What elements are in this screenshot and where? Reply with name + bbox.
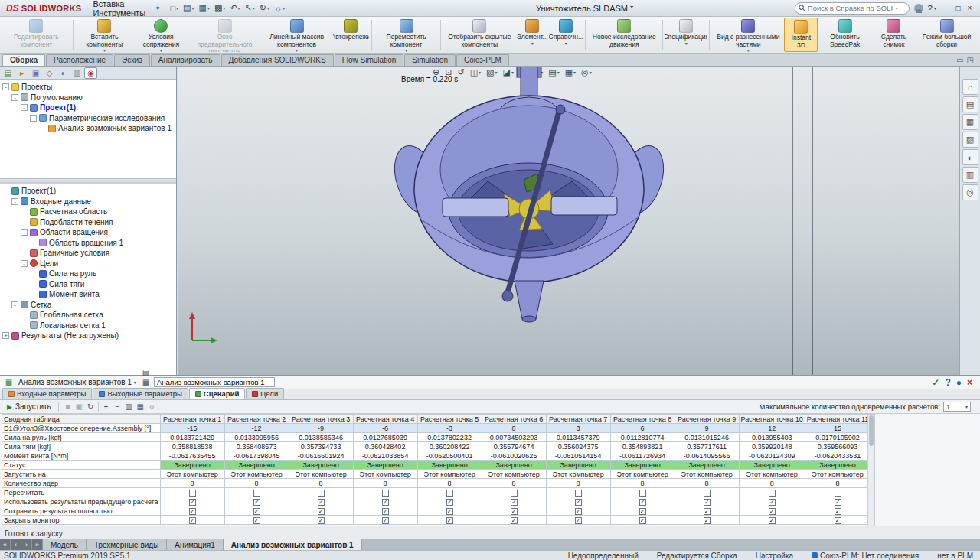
first-tab-button[interactable]: « bbox=[0, 539, 11, 550]
table-cell[interactable]: -3 bbox=[417, 424, 482, 433]
scenario-settings-icon[interactable]: ☼ bbox=[146, 402, 158, 412]
table-cell[interactable]: 0 bbox=[482, 424, 546, 433]
table-cell[interactable]: 0.356024375 bbox=[546, 442, 610, 451]
table-cell[interactable]: 8 bbox=[224, 479, 289, 488]
open-document-icon[interactable]: ▤▾ bbox=[181, 3, 196, 13]
command-tab[interactable]: Эскиз bbox=[114, 54, 150, 66]
edit-component-button[interactable]: Редактировать компонент bbox=[2, 18, 70, 52]
table-cell[interactable]: 8 bbox=[546, 479, 610, 488]
table-cell[interactable]: Завершено bbox=[546, 461, 610, 470]
table-cell[interactable]: Завершено bbox=[675, 461, 739, 470]
table-cell[interactable]: -15 bbox=[160, 424, 224, 433]
checkbox-checked[interactable]: ✓ bbox=[446, 499, 453, 506]
tree-item[interactable]: Граничные условия bbox=[0, 248, 176, 259]
design-point-header[interactable]: Расчетная точка 11 bbox=[805, 415, 870, 424]
checkbox-checked[interactable]: ✓ bbox=[704, 499, 710, 506]
table-cell[interactable]: -6 bbox=[353, 424, 417, 433]
table-cell[interactable]: 0.357717611 bbox=[675, 442, 739, 451]
login-avatar-icon[interactable] bbox=[914, 4, 923, 13]
checkbox-unchecked[interactable] bbox=[704, 490, 710, 497]
checkbox-checked[interactable]: ✓ bbox=[835, 517, 841, 524]
tree-item[interactable]: -Области вращения bbox=[0, 227, 176, 238]
component-preview-window-button[interactable]: Окно предварительного просмотра компонен… bbox=[189, 18, 261, 52]
table-cell[interactable]: ✓ bbox=[160, 497, 224, 506]
tree-item[interactable]: Проект(1) bbox=[0, 186, 176, 197]
table-cell[interactable]: 0.354893821 bbox=[610, 442, 675, 451]
pane-expand-icon[interactable]: ◳ bbox=[967, 56, 974, 64]
table-cell[interactable]: -0.0617635455 bbox=[160, 451, 224, 461]
tree-item[interactable]: -Параметрические исследования bbox=[0, 113, 176, 124]
design-point-header[interactable]: Расчетная точка 9 bbox=[675, 415, 739, 424]
design-point-header[interactable]: Расчетная точка 3 bbox=[289, 415, 353, 424]
command-tab[interactable]: Союз-PLM bbox=[456, 54, 509, 66]
table-cell[interactable]: ✓ bbox=[675, 497, 739, 506]
checkbox-checked[interactable]: ✓ bbox=[189, 499, 196, 506]
table-cell[interactable]: Завершено bbox=[224, 461, 289, 470]
tree-item[interactable]: Сила тяги bbox=[0, 279, 176, 290]
minimize-button[interactable]: − bbox=[941, 2, 952, 14]
table-cell[interactable]: ✓ bbox=[224, 516, 289, 525]
close-panel-icon[interactable]: × bbox=[967, 377, 972, 388]
checkbox-unchecked[interactable] bbox=[382, 490, 389, 497]
view-palette-icon[interactable]: ▧ bbox=[962, 132, 978, 148]
tree-item[interactable]: Подобласти течения bbox=[0, 217, 176, 228]
checkbox-checked[interactable]: ✓ bbox=[318, 499, 325, 506]
table-cell[interactable]: Завершено bbox=[482, 461, 546, 470]
table-cell[interactable]: ✓ bbox=[739, 497, 805, 506]
table-cell[interactable]: Этот компьютер bbox=[224, 470, 289, 479]
table-cell[interactable]: Завершено bbox=[805, 461, 870, 470]
export-to-excel-icon[interactable]: ▦ bbox=[135, 402, 146, 412]
table-cell[interactable]: 8 bbox=[353, 479, 417, 488]
search-input[interactable] bbox=[808, 4, 893, 12]
table-cell[interactable]: -0.0614095566 bbox=[675, 451, 739, 461]
table-cell[interactable]: 8 bbox=[160, 479, 224, 488]
table-cell[interactable]: Этот компьютер bbox=[739, 470, 805, 479]
study-tab[interactable]: Сценарий bbox=[189, 388, 246, 399]
run-button[interactable]: ▶ Запустить bbox=[3, 402, 55, 411]
new-document-icon[interactable]: □▾ bbox=[168, 4, 181, 13]
scenario-vertical-scrollbar[interactable] bbox=[867, 414, 875, 534]
table-cell[interactable]: Этот компьютер bbox=[546, 470, 610, 479]
command-tab[interactable]: Сборка bbox=[2, 54, 45, 66]
document-tab[interactable]: Анализ возможных вариантов 1 bbox=[224, 539, 362, 550]
command-tab[interactable]: Simulation bbox=[404, 54, 456, 66]
table-cell[interactable]: ✓ bbox=[160, 506, 224, 516]
table-cell[interactable]: -12 bbox=[224, 424, 289, 433]
table-cell[interactable]: -0.0610514154 bbox=[546, 451, 610, 461]
table-cell[interactable]: ✓ bbox=[224, 506, 289, 516]
table-cell[interactable]: ✓ bbox=[546, 516, 610, 525]
add-design-point-icon[interactable]: + bbox=[100, 402, 112, 412]
checkbox-checked[interactable]: ✓ bbox=[511, 517, 518, 524]
table-cell[interactable] bbox=[739, 488, 805, 497]
table-cell[interactable]: -0.0611726934 bbox=[610, 451, 675, 461]
checkbox-checked[interactable]: ✓ bbox=[769, 508, 776, 515]
checkbox-checked[interactable]: ✓ bbox=[253, 508, 260, 515]
design-point-header[interactable]: Расчетная точка 8 bbox=[610, 415, 675, 424]
command-tab[interactable]: Анализировать bbox=[151, 54, 220, 66]
table-cell[interactable]: 0.359920148 bbox=[739, 442, 805, 451]
checkbox-checked[interactable]: ✓ bbox=[575, 508, 582, 515]
table-cell[interactable]: -0.0617398045 bbox=[224, 451, 289, 461]
table-cell[interactable]: -9 bbox=[289, 424, 353, 433]
table-cell[interactable]: Этот компьютер bbox=[482, 470, 546, 479]
table-cell[interactable]: ✓ bbox=[610, 516, 675, 525]
table-cell[interactable]: ✓ bbox=[417, 516, 482, 525]
refresh-icon[interactable]: ↻ bbox=[85, 402, 96, 412]
command-tab[interactable]: Добавления SOLIDWORKS bbox=[221, 54, 334, 66]
checkbox-checked[interactable]: ✓ bbox=[446, 508, 453, 515]
menu-item[interactable]: Инструменты bbox=[87, 8, 151, 18]
study-selector-dropdown[interactable]: Анализ возможных вариантов 1▾ bbox=[17, 378, 138, 386]
table-cell[interactable]: ✓ bbox=[353, 506, 417, 516]
checkbox-checked[interactable]: ✓ bbox=[639, 517, 646, 524]
table-cell[interactable] bbox=[610, 488, 675, 497]
table-cell[interactable]: 0.360208422 bbox=[417, 442, 482, 451]
tree-item[interactable]: Локальная сетка 1 bbox=[0, 321, 176, 331]
open-study-icon[interactable]: ▤ bbox=[140, 367, 152, 377]
table-cell[interactable] bbox=[805, 488, 870, 497]
checkbox-checked[interactable]: ✓ bbox=[835, 508, 841, 515]
table-cell[interactable] bbox=[417, 488, 482, 497]
table-cell[interactable]: 0.0133721429 bbox=[160, 433, 224, 442]
table-cell[interactable]: 3 bbox=[546, 424, 610, 433]
save-study-icon[interactable]: ▦ bbox=[140, 377, 152, 387]
table-cell[interactable]: 0.360428402 bbox=[353, 442, 417, 451]
